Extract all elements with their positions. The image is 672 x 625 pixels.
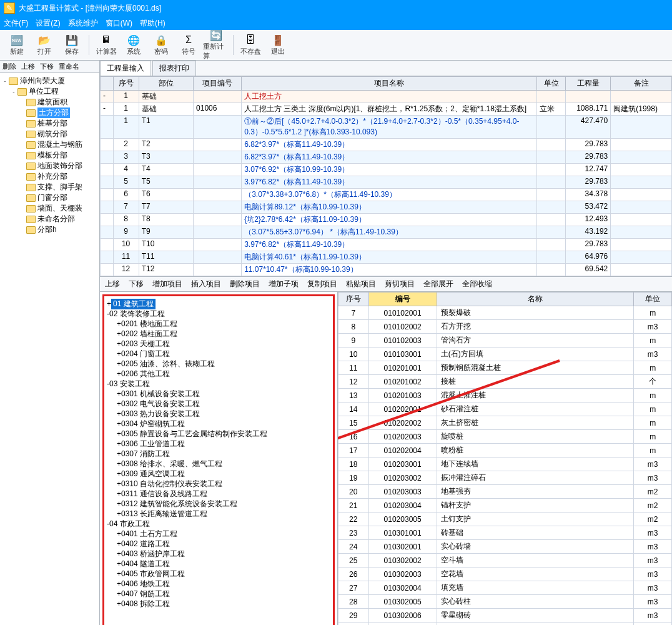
item-cell[interactable]: 30 [338, 622, 369, 626]
item-cell[interactable]: m2 [634, 512, 672, 526]
grid-cell[interactable] [101, 151, 114, 164]
item-cell[interactable]: m3 [634, 568, 672, 581]
grid-cell[interactable] [194, 139, 242, 151]
item-row[interactable]: 25010302002空斗墙m3 [338, 554, 672, 568]
item-row[interactable]: 21010203004锚杆支护m2 [338, 499, 672, 512]
grid-header[interactable]: 项目名称 [242, 77, 537, 91]
grid-cell[interactable]: 7 [113, 201, 139, 214]
category-node[interactable]: -03 安装工程 [107, 379, 330, 389]
item-cell[interactable]: 旋喷桩 [437, 430, 634, 444]
category-node[interactable]: +0204 门窗工程 [107, 349, 330, 359]
grid-cell[interactable] [611, 116, 672, 139]
menu-item[interactable]: 设置(Z) [36, 18, 60, 29]
item-row[interactable]: 16010202003旋喷桩m [338, 430, 672, 444]
item-cell[interactable]: 25 [338, 554, 369, 568]
grid-cell[interactable]: T12 [139, 264, 193, 276]
expand-toggle[interactable]: + [117, 339, 121, 348]
item-cell[interactable]: 18 [338, 458, 369, 471]
expand-toggle[interactable]: + [117, 429, 121, 438]
grid-header[interactable]: 部位 [139, 77, 193, 91]
item-cell[interactable]: m [634, 430, 672, 444]
item-cell[interactable]: 010201003 [368, 389, 437, 402]
grid-cell[interactable]: 69.542 [566, 264, 611, 276]
main-grid[interactable]: 序号部位项目编号项目名称单位工程量备注-1基础人工挖土方-1基础01006人工挖… [100, 76, 672, 276]
category-node[interactable]: +0405 市政管网工程 [107, 569, 330, 579]
category-node[interactable]: +0403 桥涵护岸工程 [107, 549, 330, 559]
expand-toggle[interactable]: + [117, 469, 121, 478]
left-op-下移[interactable]: 下移 [40, 62, 54, 71]
grid-cell[interactable]: 基础 [139, 103, 193, 116]
item-cell[interactable]: 锚杆支护 [437, 499, 634, 512]
menu-item[interactable]: 窗口(W) [106, 18, 132, 29]
item-cell[interactable]: 010201001 [368, 361, 437, 375]
item-cell[interactable]: 010202004 [368, 444, 437, 458]
grid-cell[interactable]: 6.82*3.97*（标高11.49-10.39） [242, 139, 537, 151]
grid-cell[interactable]: 1 [113, 116, 139, 139]
expand-toggle[interactable]: + [117, 569, 121, 578]
item-cell[interactable]: 个 [634, 375, 672, 389]
item-cell[interactable]: 20 [338, 485, 369, 499]
expand-toggle[interactable]: + [117, 579, 121, 588]
op-下移[interactable]: 下移 [129, 279, 144, 289]
item-cell[interactable]: 010302001 [368, 540, 437, 554]
item-row[interactable]: 29010302006零星砌砖m3 [338, 609, 672, 622]
item-cell[interactable]: 26 [338, 568, 369, 581]
grid-cell[interactable] [611, 164, 672, 176]
item-cell[interactable]: m3 [634, 348, 672, 361]
op-上移[interactable]: 上移 [105, 279, 120, 289]
grid-cell[interactable]: 11.07*10.47*（标高10.99-10.39） [242, 264, 537, 276]
tree-node[interactable]: 门窗分部 [1, 192, 98, 203]
grid-cell[interactable]: T6 [139, 189, 193, 201]
expand-toggle[interactable]: + [117, 409, 121, 418]
tree-node[interactable]: 支撑、脚手架 [1, 182, 98, 192]
category-node[interactable]: +0404 隧道工程 [107, 559, 330, 569]
category-node[interactable]: +0307 消防工程 [107, 449, 330, 459]
item-cell[interactable]: m3 [634, 554, 672, 568]
item-cell[interactable]: 14 [338, 402, 369, 416]
item-cell[interactable]: 空斗墙 [437, 554, 634, 568]
item-cell[interactable]: 21 [338, 499, 369, 512]
grid-cell[interactable] [194, 264, 242, 276]
grid-cell[interactable] [194, 251, 242, 264]
grid-cell[interactable] [537, 239, 566, 251]
grid-cell[interactable]: 01006 [194, 103, 242, 116]
grid-cell[interactable]: T3 [139, 151, 193, 164]
item-cell[interactable]: 11 [338, 361, 369, 375]
grid-row[interactable]: 4T43.07*6.92*（标高10.99-10.39）12.747 [101, 164, 672, 176]
item-cell[interactable]: m [634, 334, 672, 348]
grid-cell[interactable]: - [101, 103, 114, 116]
category-node[interactable]: +0303 热力设备安装工程 [107, 409, 330, 419]
item-cell[interactable]: 预制钢筋混凝土桩 [437, 361, 634, 375]
op-增加项目[interactable]: 增加项目 [152, 279, 182, 289]
item-cell[interactable]: 土钉支护 [437, 512, 634, 526]
grid-cell[interactable] [101, 226, 114, 239]
expand-toggle[interactable]: + [117, 499, 121, 508]
item-cell[interactable]: m3 [634, 458, 672, 471]
item-row[interactable]: 13010201003混凝土灌注桩m [338, 389, 672, 402]
grid-cell[interactable] [101, 239, 114, 251]
grid-cell[interactable]: 12 [113, 264, 139, 276]
grid-row[interactable]: 9T9（3.07*5.85+3.07*6.94） *（标高11.49-10.39… [101, 226, 672, 239]
item-cell[interactable]: 23 [338, 526, 369, 540]
tree-node[interactable]: -单位工程 [1, 86, 98, 97]
grid-cell[interactable] [101, 139, 114, 151]
item-cell[interactable]: 12 [338, 375, 369, 389]
expand-toggle[interactable]: + [117, 439, 121, 448]
left-op-删除[interactable]: 删除 [2, 62, 16, 71]
grid-cell[interactable]: （3.07*3.38+3.07*6.8）*（标高11.49-10.39） [242, 189, 537, 201]
left-op-上移[interactable]: 上移 [21, 62, 35, 71]
category-node[interactable]: +0313 长距离输送管道工程 [107, 509, 330, 519]
grid-cell[interactable] [611, 91, 672, 103]
grid-cell[interactable]: 6.82*3.97*（标高11.49-10.39） [242, 151, 537, 164]
item-cell[interactable]: 19 [338, 471, 369, 485]
grid-cell[interactable] [194, 226, 242, 239]
item-cell[interactable]: 010302004 [368, 581, 437, 595]
item-row[interactable]: 26010302003空花墙m3 [338, 568, 672, 581]
item-cell[interactable]: m [634, 402, 672, 416]
tree-node[interactable]: 桩基分部 [1, 118, 98, 129]
grid-row[interactable]: 2T26.82*3.97*（标高11.49-10.39）29.783 [101, 139, 672, 151]
item-row[interactable]: 18010203001地下连续墙m3 [338, 458, 672, 471]
grid-header[interactable]: 序号 [113, 77, 139, 91]
tree-node[interactable]: 混凝土与钢筋 [1, 139, 98, 150]
expand-toggle[interactable]: + [117, 399, 121, 408]
